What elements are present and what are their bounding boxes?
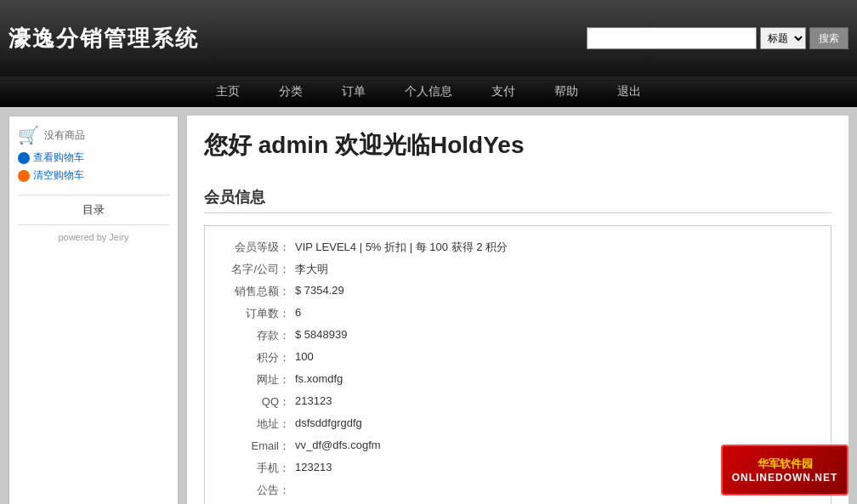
watermark-top: 华军软件园 (758, 456, 813, 472)
level-value: VIP LEVEL4 | 5% 折扣 | 每 100 获得 2 积分 (295, 240, 508, 255)
nav-category[interactable]: 分类 (272, 81, 309, 103)
welcome-title: 您好 admin 欢迎光临HoldYes (204, 129, 831, 170)
cart-empty-label: 没有商品 (44, 128, 85, 143)
nav-orders[interactable]: 订单 (335, 81, 372, 103)
qq-value: 213123 (295, 394, 332, 410)
view-cart-link[interactable]: 查看购物车 (18, 150, 84, 165)
address-label: 地址： (222, 416, 290, 432)
clear-cart-icon (18, 170, 30, 182)
orders-value: 6 (295, 306, 301, 321)
website-value: fs.xomdfg (295, 372, 343, 388)
name-label: 名字/公司： (222, 262, 290, 277)
cart-icon: 🛒 (18, 125, 39, 145)
sales-value: $ 7354.29 (295, 284, 344, 299)
orders-label: 订单数： (222, 306, 290, 321)
email-value: vv_df@dfs.cogfm (295, 439, 381, 454)
points-label: 积分： (222, 350, 290, 365)
clear-cart-link[interactable]: 清空购物车 (18, 168, 84, 183)
search-select[interactable]: 标题 (760, 27, 806, 49)
phone-label: 手机： (222, 461, 290, 476)
cart-section: 🛒 没有商品 查看购物车 清空购物车 (18, 125, 169, 195)
search-input[interactable] (587, 27, 757, 49)
website-label: 网址： (222, 372, 290, 388)
nav-home[interactable]: 主页 (209, 81, 247, 103)
watermark: 华军软件园 ONLINEDOWN.NET (721, 445, 848, 496)
nav-logout[interactable]: 退出 (610, 81, 648, 103)
name-value: 李大明 (295, 262, 328, 277)
nav-bar: 主页 分类 订单 个人信息 支付 帮助 退出 (0, 76, 857, 107)
phone-value: 123213 (295, 461, 332, 476)
info-row-address: 地址： dsfsddfgrgdfg (222, 416, 814, 432)
notice-label: 公告： (222, 483, 290, 498)
info-row-website: 网址： fs.xomdfg (222, 372, 814, 388)
level-label: 会员等级： (222, 240, 290, 255)
info-row-balance: 存款： $ 5848939 (222, 328, 814, 343)
address-value: dsfsddfgrgdfg (295, 416, 362, 432)
search-button[interactable]: 搜索 (809, 27, 848, 49)
powered-text: powered by Jeiry (18, 232, 169, 242)
view-cart-icon (18, 152, 30, 164)
info-row-qq: QQ： 213123 (222, 394, 814, 410)
nav-help[interactable]: 帮助 (548, 81, 585, 103)
toc-label: 目录 (18, 195, 169, 225)
balance-label: 存款： (222, 328, 290, 343)
info-row-points: 积分： 100 (222, 350, 814, 365)
points-value: 100 (295, 350, 314, 365)
info-row-orders: 订单数： 6 (222, 306, 814, 321)
search-bar: 标题 搜索 (587, 27, 848, 49)
info-row-sales: 销售总额： $ 7354.29 (222, 284, 814, 299)
sales-label: 销售总额： (222, 284, 290, 299)
email-label: Email： (222, 439, 290, 454)
qq-label: QQ： (222, 394, 290, 410)
section-title: 会员信息 (204, 187, 831, 213)
info-row-name: 名字/公司： 李大明 (222, 262, 814, 277)
balance-value: $ 5848939 (295, 328, 347, 343)
cart-top-row: 🛒 没有商品 (18, 125, 85, 145)
header: 濠逸分销管理系统 标题 搜索 (0, 0, 857, 76)
site-title: 濠逸分销管理系统 (9, 24, 199, 54)
info-row-level: 会员等级： VIP LEVEL4 | 5% 折扣 | 每 100 获得 2 积分 (222, 240, 814, 255)
nav-profile[interactable]: 个人信息 (398, 81, 459, 103)
nav-payment[interactable]: 支付 (485, 81, 522, 103)
sidebar: 🛒 没有商品 查看购物车 清空购物车 目录 powered by Jeiry (9, 116, 179, 504)
watermark-bottom: ONLINEDOWN.NET (732, 472, 838, 484)
